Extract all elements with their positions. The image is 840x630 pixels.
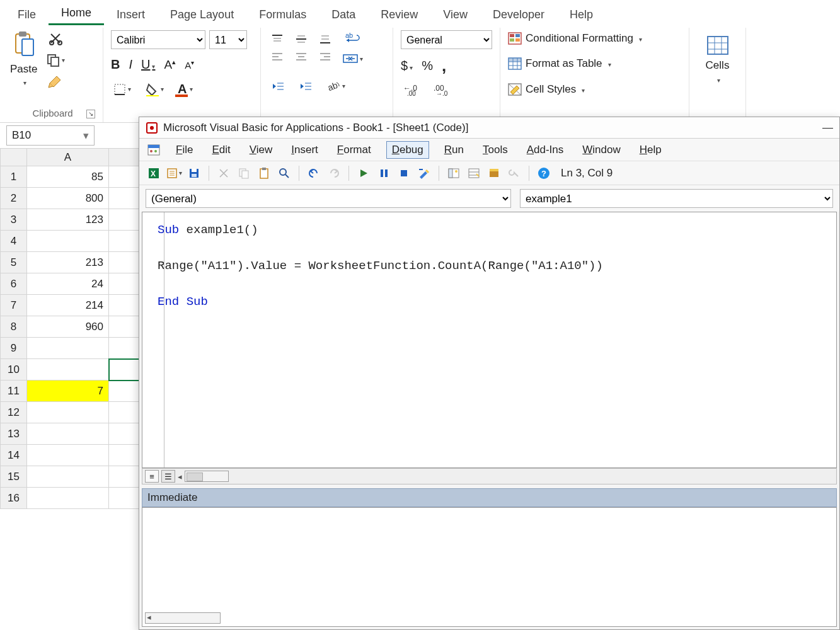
ribbon-tab-page-layout[interactable]: Page Layout: [158, 3, 246, 25]
code-hscroll[interactable]: [185, 471, 229, 482]
undo-icon[interactable]: [306, 165, 322, 181]
row-header-2[interactable]: 2: [1, 188, 27, 209]
align-right[interactable]: [316, 50, 334, 64]
cut-button[interactable]: [43, 30, 67, 47]
object-browser-icon[interactable]: [486, 165, 502, 181]
find-icon[interactable]: [276, 165, 292, 181]
vbe-menu-add-ins[interactable]: Add-Ins: [523, 141, 568, 159]
row-header-5[interactable]: 5: [1, 252, 27, 273]
vbe-menu-tools[interactable]: Tools: [479, 141, 512, 159]
minimize-button[interactable]: —: [822, 122, 833, 134]
row-header-13[interactable]: 13: [1, 423, 27, 445]
decrease-decimal[interactable]: .00→.0: [431, 82, 452, 97]
italic-button[interactable]: I: [129, 57, 132, 72]
cell-A5[interactable]: 213: [27, 252, 109, 273]
cell-A15[interactable]: [27, 466, 109, 488]
shrink-font-button[interactable]: A▾: [185, 59, 194, 71]
align-center[interactable]: [292, 50, 310, 64]
cell-A7[interactable]: 214: [27, 295, 109, 316]
toolbox-icon[interactable]: [506, 165, 522, 181]
object-combo[interactable]: (General): [146, 189, 511, 208]
ribbon-tab-file[interactable]: File: [5, 3, 49, 25]
cell-A14[interactable]: [27, 445, 109, 466]
row-header-6[interactable]: 6: [1, 273, 27, 295]
ribbon-tab-review[interactable]: Review: [368, 3, 430, 25]
number-format-select[interactable]: General: [401, 30, 492, 49]
cell-A8[interactable]: 960: [27, 316, 109, 338]
design-mode-icon[interactable]: [416, 165, 432, 181]
vbe-form-icon[interactable]: [147, 144, 161, 156]
align-middle[interactable]: [292, 32, 310, 46]
immediate-pane[interactable]: [142, 507, 837, 627]
vbe-menu-edit[interactable]: Edit: [208, 141, 234, 159]
cell-A2[interactable]: 800: [27, 188, 109, 209]
cut-icon[interactable]: [216, 165, 232, 181]
font-size-select[interactable]: 11: [209, 30, 247, 49]
vbe-titlebar[interactable]: Microsoft Visual Basic for Applications …: [139, 117, 839, 139]
decrease-indent[interactable]: [268, 79, 287, 93]
conditional-formatting[interactable]: Conditional Formatting: [508, 30, 681, 47]
cell-A10[interactable]: [27, 359, 109, 381]
procedure-view-icon[interactable]: ≡: [145, 470, 159, 483]
underline-button[interactable]: U: [141, 57, 155, 72]
ribbon-tab-formulas[interactable]: Formulas: [246, 3, 319, 25]
cell-A11[interactable]: 7: [27, 381, 109, 402]
clipboard-launcher[interactable]: ↘: [86, 110, 95, 118]
cell-A3[interactable]: 123: [27, 209, 109, 231]
ribbon-tab-home[interactable]: Home: [49, 1, 104, 25]
bold-button[interactable]: B: [111, 57, 120, 72]
row-header-9[interactable]: 9: [1, 338, 27, 359]
ribbon-tab-insert[interactable]: Insert: [104, 3, 158, 25]
paste-icon[interactable]: [256, 165, 272, 181]
code-pane[interactable]: Sub example1() Range("A11").Value = Work…: [142, 212, 837, 468]
vbe-menu-file[interactable]: File: [172, 141, 197, 159]
vbe-menu-debug[interactable]: Debug: [386, 141, 429, 159]
orientation-button[interactable]: ab: [324, 79, 348, 94]
row-header-14[interactable]: 14: [1, 445, 27, 466]
row-header-10[interactable]: 10: [1, 359, 27, 381]
row-header-11[interactable]: 11: [1, 381, 27, 402]
cell-A4[interactable]: [27, 231, 109, 252]
percent-format[interactable]: %: [422, 59, 433, 73]
cells-button[interactable]: Cells: [697, 30, 738, 84]
vbe-menu-help[interactable]: Help: [636, 141, 665, 159]
row-header-1[interactable]: 1: [1, 166, 27, 188]
save-icon[interactable]: [186, 165, 202, 181]
format-painter-button[interactable]: [43, 73, 67, 89]
vbe-menu-format[interactable]: Format: [333, 141, 375, 159]
reset-icon[interactable]: [396, 165, 412, 181]
ribbon-tab-data[interactable]: Data: [319, 3, 368, 25]
align-left[interactable]: [268, 50, 286, 64]
font-name-select[interactable]: Calibri: [111, 30, 205, 49]
col-header-A[interactable]: A: [27, 149, 109, 166]
cell-A13[interactable]: [27, 423, 109, 445]
vbe-menu-insert[interactable]: Insert: [287, 141, 322, 159]
grow-font-button[interactable]: A▴: [164, 58, 176, 72]
row-header-4[interactable]: 4: [1, 231, 27, 252]
paste-dropdown[interactable]: [21, 77, 26, 87]
ribbon-tab-developer[interactable]: Developer: [480, 3, 557, 25]
merge-center-button[interactable]: [340, 52, 365, 66]
cell-A12[interactable]: [27, 402, 109, 423]
help-icon[interactable]: ?: [536, 165, 552, 181]
row-header-12[interactable]: 12: [1, 402, 27, 423]
cell-A1[interactable]: 85: [27, 166, 109, 188]
increase-decimal[interactable]: ←.0.00: [401, 82, 422, 97]
row-header-16[interactable]: 16: [1, 488, 27, 509]
comma-format[interactable]: ,: [442, 61, 446, 70]
copy-icon[interactable]: [236, 165, 252, 181]
cell-styles[interactable]: Cell Styles: [508, 81, 681, 98]
vbe-menu-run[interactable]: Run: [440, 141, 468, 159]
ribbon-tab-view[interactable]: View: [430, 3, 480, 25]
name-box[interactable]: B10 ▾: [6, 125, 95, 146]
cell-A9[interactable]: [27, 338, 109, 359]
wrap-text-button[interactable]: ab: [340, 30, 365, 45]
align-top[interactable]: [268, 32, 286, 46]
format-as-table[interactable]: Format as Table: [508, 55, 681, 72]
paste-button[interactable]: Paste: [10, 30, 37, 87]
row-header-3[interactable]: 3: [1, 209, 27, 231]
procedure-combo[interactable]: example1: [520, 189, 833, 208]
immediate-hscroll[interactable]: [145, 612, 221, 624]
immediate-title[interactable]: Immediate: [142, 488, 837, 507]
borders-button[interactable]: [111, 82, 134, 97]
